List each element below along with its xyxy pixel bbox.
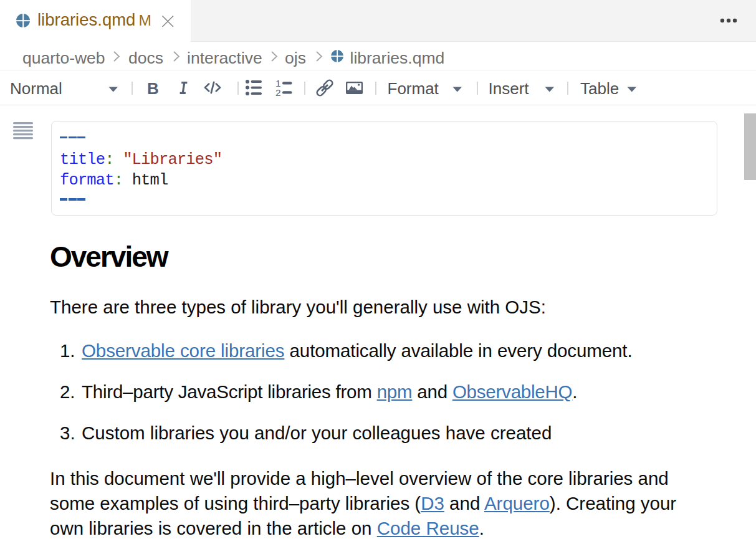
svg-text:2: 2 [275, 87, 281, 97]
